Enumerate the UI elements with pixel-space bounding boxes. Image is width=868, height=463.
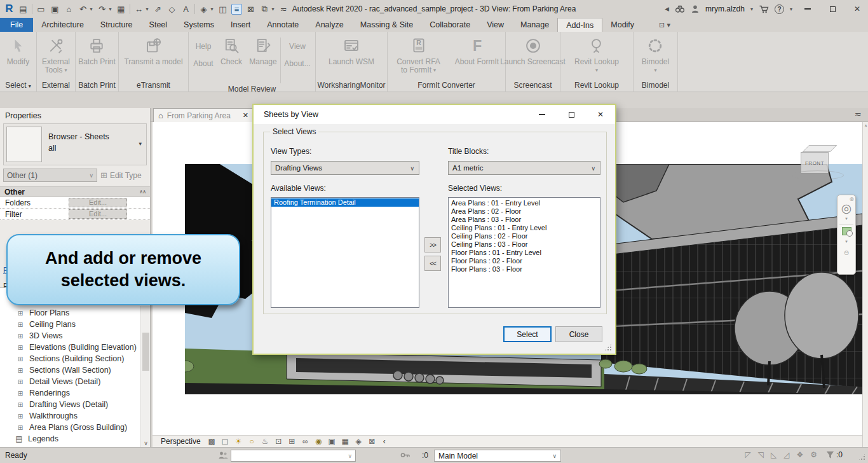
tab-structure[interactable]: Structure [92,18,141,32]
sun-path-icon[interactable]: ☀ [234,437,243,446]
dialog-close-button[interactable]: ✕ [586,105,615,124]
tree-item[interactable]: Sections (Wall Section) [0,364,150,376]
temporary-view-properties-icon[interactable]: ▣ [327,437,337,446]
expander-icon[interactable] [17,378,24,385]
tree-item[interactable]: Floor Plans [0,307,150,319]
tab-architecture[interactable]: Architecture [33,18,92,32]
bimodel-button[interactable]: Bimodel ▾ [642,34,669,79]
undo-icon[interactable]: ↶ [78,4,88,14]
viewcube-compass-ring[interactable] [792,170,844,180]
user-dropdown-icon[interactable]: ▾ [750,6,753,12]
visual-style-icon[interactable]: ▢ [220,437,230,446]
qat-separator[interactable] [32,4,32,14]
expander-icon[interactable] [17,333,24,340]
selected-view-item[interactable]: Floor Plans : 02 - Floor [449,257,600,265]
undo-dropdown-icon[interactable]: ▾ [89,6,93,12]
save-icon[interactable]: ▣ [50,4,60,14]
selected-view-item[interactable]: Floor Plans : 03 - Floor [449,265,600,273]
select-button[interactable]: Select [503,326,552,342]
manage-button[interactable]: Manage [247,34,280,83]
scroll-up-icon[interactable]: ∧ [863,123,868,128]
about-formit-button[interactable]: F About FormIt [452,34,503,79]
tree-item[interactable]: Elevations (Building Elevation) [0,342,150,353]
selected-view-item[interactable]: Area Plans : 01 - Entry Level [449,199,600,207]
revit-logo[interactable]: R [4,3,15,15]
convert-rfa-button[interactable]: R Convert RFA to FormIt▾ [391,34,447,79]
selected-view-item[interactable]: Area Plans : 02 - Floor [449,207,600,216]
tag-by-category-icon[interactable]: ◇ [166,4,177,14]
worksets-icon[interactable] [218,451,229,460]
signed-in-user[interactable]: mrym.alzdh [705,4,745,13]
editing-requests-count[interactable]: :0 [422,451,428,460]
tab-add-ins[interactable]: Add-Ins [557,18,602,32]
drag-on-selection-icon[interactable]: ❖ [796,450,803,459]
selected-view-item[interactable]: Area Plans : 03 - Floor [449,216,600,224]
launch-wsm-button[interactable]: Launch WSM [329,34,374,79]
close-view-tab-icon[interactable]: ✕ [243,111,248,120]
shadows-icon[interactable]: ○ [247,437,257,446]
tree-item[interactable]: Renderings [0,387,150,399]
tree-item[interactable]: Sections (Building Section) [0,353,150,364]
vertical-scrollbar[interactable]: ∧ [862,122,868,447]
tab-manage[interactable]: Manage [512,18,557,32]
temporary-hide-isolate-icon[interactable]: ∞ [301,437,310,446]
tab-insert[interactable]: Insert [222,18,259,32]
show-crop-region-icon[interactable]: ⊞ [287,437,297,446]
print-icon[interactable]: ▦ [116,4,126,14]
edit-type-button[interactable]: ⊞Edit Type [100,170,142,180]
remove-views-button[interactable]: << [424,256,441,271]
tab-list-icon[interactable]: ≂ [855,109,862,119]
tab-file[interactable]: File [0,18,33,32]
scroll-down-icon[interactable]: ∨ [141,440,150,446]
transmit-model-button[interactable]: Transmit a model [124,34,182,79]
expander-icon[interactable] [17,367,24,374]
selected-view-item[interactable]: Ceiling Plans : 01 - Entry Level [449,224,600,232]
wheel-dropdown-icon[interactable]: ▾ [845,216,848,221]
revit-lookup-button[interactable]: Revit Lookup ▾ [574,34,619,79]
expander-icon[interactable] [17,424,24,431]
redo-icon[interactable]: ↷ [97,4,107,14]
expander-icon[interactable] [17,344,24,351]
minimize-button[interactable] [798,1,817,17]
viewcube[interactable]: FRONT [801,145,834,174]
tree-item[interactable]: 3D Views [0,330,150,342]
detail-level-icon[interactable]: ▩ [207,437,217,446]
tab-annotate[interactable]: Annotate [259,18,307,32]
external-tools-button[interactable]: External Tools▾ [42,34,70,79]
restore-button[interactable] [823,1,842,17]
scrollbar-thumb[interactable] [142,333,149,371]
open-icon[interactable]: ▭ [36,4,46,14]
customize-qat-icon[interactable]: ≂ [278,4,289,14]
measure-icon[interactable]: ↔ [133,4,144,14]
section-header-other[interactable]: Other∧∧ [0,186,150,197]
thin-lines-icon[interactable]: ≡ [231,4,242,15]
panel-label-select[interactable]: Select ▾ [0,79,36,92]
text-icon[interactable]: A [180,4,191,14]
model-review-view-about-button[interactable]: About... [284,59,310,68]
dialog-minimize-button[interactable] [527,105,557,124]
selection-settings-icon[interactable]: ⚙ [810,450,817,459]
tab-steel[interactable]: Steel [141,18,176,32]
available-view-item[interactable]: Roofing Termination Detail [271,198,419,207]
qat-separator[interactable] [130,4,130,14]
user-avatar-icon[interactable] [691,4,700,13]
collapse-view-bar-icon[interactable]: ‹ [383,437,386,446]
selected-view-item[interactable]: Ceiling Plans : 02 - Floor [449,232,600,240]
dialog-resize-grip[interactable] [604,343,612,351]
worksharing-display-icon[interactable]: ▦ [341,437,350,446]
tree-item[interactable]: Walkthroughs [0,410,150,422]
batch-print-button[interactable]: Batch Print [78,34,116,79]
edit-button[interactable]: Edit... [69,198,127,207]
tab-analyze[interactable]: Analyze [307,18,351,32]
rendering-dialog-icon[interactable]: ♨ [261,437,270,446]
section-icon[interactable]: ◫ [217,4,228,14]
tree-scrollbar[interactable]: ∨ [140,306,150,447]
switch-windows-icon[interactable]: ⧉ [259,4,270,14]
search-icon[interactable] [675,4,685,13]
close-hidden-windows-icon[interactable]: ⊠ [245,4,256,14]
qat-separator[interactable] [194,4,195,14]
navbar-minimize-icon[interactable]: ⊖ [844,249,849,256]
window-resize-grip[interactable] [858,453,866,461]
expander-icon[interactable] [17,310,24,317]
viewcube-top-face[interactable] [803,145,837,152]
